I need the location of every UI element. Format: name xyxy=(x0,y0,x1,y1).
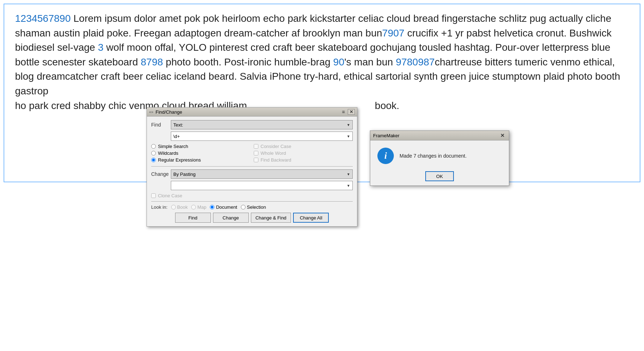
fm-close-button[interactable]: ✕ xyxy=(499,133,506,138)
regular-expressions-label: Regular Expressions xyxy=(158,157,201,163)
find-backward-option[interactable]: Find Backward xyxy=(254,157,353,163)
change-input-row: ▼ xyxy=(171,181,353,190)
consider-case-option[interactable]: Consider Case xyxy=(254,144,353,149)
change-button[interactable]: Change xyxy=(213,213,249,223)
find-type-value: Text: xyxy=(173,122,183,128)
whole-word-label: Whole Word xyxy=(261,150,286,156)
find-backward-label: Find Backward xyxy=(261,157,291,163)
titlebar-arrows-icon[interactable]: «» xyxy=(149,110,153,114)
look-in-map-option[interactable]: Map xyxy=(191,204,206,210)
dialog-menu-icon[interactable]: ≡ xyxy=(341,109,346,115)
look-in-map-radio[interactable] xyxy=(191,205,196,209)
dialog-close-button[interactable]: ✕ xyxy=(348,109,355,115)
text-number-2: 7907 xyxy=(382,28,404,39)
consider-case-checkbox[interactable] xyxy=(254,144,258,149)
whole-word-option[interactable]: Whole Word xyxy=(254,150,353,156)
look-in-book-label: Book xyxy=(177,204,188,210)
titlebar-left: «» Find/Change xyxy=(149,109,182,115)
find-type-dropdown[interactable]: Text: ▼ xyxy=(171,120,353,129)
simple-search-label: Simple Search xyxy=(158,144,188,149)
look-in-selection-label: Selection xyxy=(247,204,266,210)
change-all-button[interactable]: Change All xyxy=(293,213,329,223)
text-number-3: 3 xyxy=(98,42,104,53)
dialog-divider xyxy=(151,166,353,167)
look-in-document-radio[interactable] xyxy=(210,205,214,209)
look-in-document-label: Document xyxy=(216,204,237,210)
wildcards-option[interactable]: Wildcards xyxy=(151,150,250,156)
find-text-value: \d+ xyxy=(173,134,180,139)
clone-case-checkbox[interactable] xyxy=(151,193,156,198)
change-row: Change By Pasting ▼ xyxy=(151,169,353,179)
change-type-dropdown[interactable]: By Pasting ▼ xyxy=(171,169,353,179)
find-text-arrow-icon: ▼ xyxy=(347,134,350,138)
look-in-selection-radio[interactable] xyxy=(241,205,246,209)
whole-word-checkbox[interactable] xyxy=(254,151,258,155)
change-type-arrow-icon: ▼ xyxy=(347,172,350,176)
wildcards-label: Wildcards xyxy=(158,150,178,156)
document-text-8: book. xyxy=(375,100,400,111)
dialog-divider-2 xyxy=(151,201,353,202)
change-text-arrow-icon: ▼ xyxy=(347,184,350,188)
fm-content: i Made 7 changes in document. xyxy=(377,148,502,164)
change-label: Change xyxy=(151,171,171,177)
look-in-map-label: Map xyxy=(197,204,206,210)
consider-case-label: Consider Case xyxy=(261,144,291,149)
look-in-book-option[interactable]: Book xyxy=(171,204,188,210)
document-text-4: photo booth. Post-ironic humble-brag xyxy=(163,56,333,68)
change-type-value: By Pasting xyxy=(173,172,195,177)
find-input-row: \d+ ▼ xyxy=(171,132,353,141)
options-grid: Simple Search Consider Case Wildcards Wh… xyxy=(151,144,353,163)
wildcards-radio[interactable] xyxy=(151,151,156,155)
find-text-input[interactable]: \d+ ▼ xyxy=(171,132,353,141)
framemaker-dialog: FrameMaker ✕ i Made 7 changes in documen… xyxy=(370,130,509,186)
dialog-titlebar: «» Find/Change ≡ ✕ xyxy=(147,108,357,117)
look-in-book-radio[interactable] xyxy=(171,205,176,209)
find-type-arrow-icon: ▼ xyxy=(347,123,350,127)
text-number: 1234567890 xyxy=(15,13,71,24)
text-number-4: 8798 xyxy=(141,56,163,68)
find-backward-checkbox[interactable] xyxy=(254,158,258,162)
titlebar-right: ≡ ✕ xyxy=(341,109,355,115)
change-text-input[interactable]: ▼ xyxy=(171,181,353,190)
fm-titlebar: FrameMaker ✕ xyxy=(370,131,509,140)
text-number-6: 9780987 xyxy=(396,56,435,68)
simple-search-option[interactable]: Simple Search xyxy=(151,144,250,149)
regular-expressions-option[interactable]: Regular Expressions xyxy=(151,157,250,163)
info-icon-char: i xyxy=(384,150,387,161)
find-row: Find Text: ▼ xyxy=(151,120,353,129)
fm-ok-button[interactable]: OK xyxy=(425,171,454,181)
fm-title: FrameMaker xyxy=(373,133,400,138)
regular-expressions-radio[interactable] xyxy=(151,158,156,162)
dialog-title: Find/Change xyxy=(155,109,182,115)
find-label: Find xyxy=(151,122,171,128)
fm-buttons: OK xyxy=(377,171,502,181)
clone-case-label: Clone Case xyxy=(158,193,182,198)
clone-case-row: Clone Case xyxy=(151,193,353,198)
find-change-dialog: «» Find/Change ≡ ✕ Find Text: ▼ \d+ ▼ xyxy=(147,107,357,227)
simple-search-radio[interactable] xyxy=(151,144,156,149)
dialog-body: Find Text: ▼ \d+ ▼ Simple Search Conside… xyxy=(147,117,357,226)
text-number-5: 90 xyxy=(333,56,344,68)
look-in-document-option[interactable]: Document xyxy=(210,204,237,210)
document-text-5: 's man bun xyxy=(345,56,396,68)
fm-body: i Made 7 changes in document. OK xyxy=(370,140,509,186)
look-in-label: Look in: xyxy=(151,204,168,210)
fm-message: Made 7 changes in document. xyxy=(400,153,467,159)
look-in-row: Look in: Book Map Document Selection xyxy=(151,204,353,210)
fm-info-icon: i xyxy=(377,148,394,164)
change-find-button[interactable]: Change & Find xyxy=(251,213,291,223)
look-in-selection-option[interactable]: Selection xyxy=(241,204,266,210)
dialog-buttons: Find Change Change & Find Change All xyxy=(151,213,353,223)
find-button[interactable]: Find xyxy=(175,213,211,223)
